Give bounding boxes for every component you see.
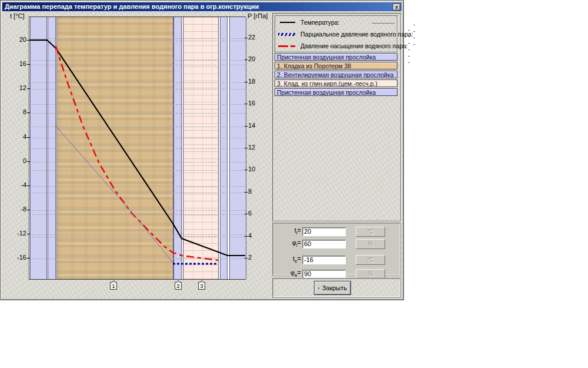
- chart-plot-area: [29, 16, 246, 280]
- te-label: te=: [288, 255, 301, 264]
- gridline-t: [29, 41, 245, 41]
- legend: Температура: ---------- Парциальное давл…: [275, 15, 397, 52]
- row-phi-i: φi= %: [288, 238, 385, 249]
- legend-label: Давление насыщения водяного пара:: [300, 42, 408, 49]
- phi-i-unit-button: %: [356, 239, 385, 249]
- footer-panel: Закрыть: [272, 278, 401, 298]
- gridline-p: [29, 148, 245, 149]
- right-axis-tick-label: 20: [248, 55, 255, 62]
- legend-row-partial-pressure: Парциальное давление водяного пара: ----: [275, 28, 397, 40]
- phi-i-label: φi=: [288, 239, 301, 248]
- left-axis-tick-label: 4: [10, 133, 26, 140]
- left-axis-tick-label: 12: [10, 84, 26, 91]
- conditions-panel: ti= °C φi= % te= °C φe= %: [272, 223, 401, 276]
- gridline-t: [29, 65, 245, 65]
- gridline-t: [29, 210, 245, 211]
- legend-row-saturation-pressure: Давление насыщения водяного пара: ------: [275, 40, 397, 52]
- right-panel: Температура: ---------- Парциальное давл…: [272, 13, 401, 221]
- right-axis-title: P [гПа]: [248, 12, 268, 19]
- left-axis-tick-label: -16: [10, 254, 26, 261]
- gridline-t: [29, 113, 245, 114]
- left-axis-tick-label: 8: [10, 108, 26, 115]
- legend-label: Парциальное давление водяного пара:: [300, 31, 413, 38]
- right-axis-tick-label: 8: [248, 188, 252, 195]
- dialog-window: Диаграмма перепада температур и давления…: [0, 0, 404, 300]
- gridline-p: [29, 104, 245, 105]
- close-button-label: Закрыть: [322, 284, 347, 291]
- right-axis-tick-label: 12: [248, 144, 255, 151]
- ti-unit-button: °C: [356, 227, 385, 237]
- layer-marker-3: 3: [198, 282, 205, 290]
- left-axis-tick-label: -12: [10, 230, 26, 237]
- right-axis-tick-label: 6: [248, 210, 252, 217]
- gridline-t: [29, 138, 245, 138]
- phi-e-input[interactable]: [302, 270, 346, 279]
- layer-list-item-2[interactable]: 2. Вентилируемая воздушная прослойка: [275, 71, 397, 78]
- ti-input[interactable]: [302, 227, 346, 236]
- layer-list-item-1[interactable]: 1. Кладка из Поротерм 38: [275, 62, 397, 69]
- gridline-p: [29, 170, 245, 171]
- row-te: te= °C: [288, 254, 385, 265]
- right-axis-tick-label: 16: [248, 100, 255, 107]
- wall-layers-list: Пристенная воздушная прослойка 1. Кладка…: [275, 53, 397, 97]
- phi-e-unit-button: %: [356, 269, 385, 279]
- right-axis-tick-label: 10: [248, 165, 255, 173]
- saturation-line-sample-icon: [278, 45, 296, 47]
- gridline-p: [29, 258, 245, 259]
- row-ti: ti= °C: [288, 226, 385, 237]
- gridline-p: [29, 214, 245, 215]
- phi-i-input[interactable]: [302, 240, 346, 248]
- layer-list-item-3[interactable]: 3. Клад. из глин.кирп.(цем.-песч.р.): [275, 79, 397, 87]
- left-axis-tick-label: 0: [10, 157, 26, 164]
- gridline-p: [29, 82, 245, 83]
- ti-label: ti=: [288, 227, 301, 236]
- te-input[interactable]: [302, 256, 346, 264]
- right-axis-tick-label: 14: [248, 122, 255, 129]
- title-bar[interactable]: Диаграмма перепада температур и давления…: [2, 2, 402, 11]
- exit-door-icon: [318, 284, 320, 292]
- gridline-t: [29, 162, 245, 163]
- right-axis-tick-label: 18: [248, 78, 255, 85]
- window-title: Диаграмма перепада температур и давления…: [5, 3, 259, 10]
- gridline-p: [29, 127, 245, 127]
- legend-leader: ----------: [372, 19, 395, 26]
- partial-pressure-line-sample-icon: [278, 33, 296, 36]
- right-axis-tick-label: 22: [248, 34, 255, 41]
- layer-marker-1: 1: [110, 282, 117, 290]
- right-axis-tick-label: 4: [248, 232, 252, 239]
- te-unit-button: °C: [356, 255, 385, 265]
- legend-leader: ------: [408, 26, 410, 65]
- gridline-p: [29, 38, 245, 39]
- gridline-t: [29, 234, 245, 235]
- gridline-t: [29, 186, 245, 187]
- gridline-p: [29, 60, 245, 61]
- layer-list-item-air-inner[interactable]: Пристенная воздушная прослойка: [275, 53, 397, 61]
- left-axis-tick-label: 20: [10, 36, 26, 43]
- close-button[interactable]: Закрыть: [314, 281, 351, 295]
- titlebar-close-icon[interactable]: x: [393, 4, 400, 11]
- left-axis-tick-label: -4: [10, 181, 26, 188]
- layer-marker-2: 2: [175, 282, 182, 290]
- right-axis-tick-label: 2: [248, 254, 252, 261]
- gridline-t: [29, 89, 245, 89]
- left-axis-title: t [°C]: [10, 12, 25, 19]
- layer-list-item-air-outer[interactable]: Пристенная воздушная прослойка: [275, 88, 397, 96]
- left-axis-tick-label: 16: [10, 60, 26, 67]
- temperature-line-sample-icon: [280, 22, 295, 23]
- legend-row-temperature: Температура: ----------: [275, 16, 397, 28]
- gridline-p: [29, 237, 245, 237]
- gridline-p: [29, 193, 245, 193]
- legend-label: Температура:: [300, 19, 372, 26]
- legend-leader: ----: [413, 21, 416, 47]
- phi-e-label: φe=: [288, 269, 301, 278]
- left-axis-tick-label: -8: [10, 205, 26, 213]
